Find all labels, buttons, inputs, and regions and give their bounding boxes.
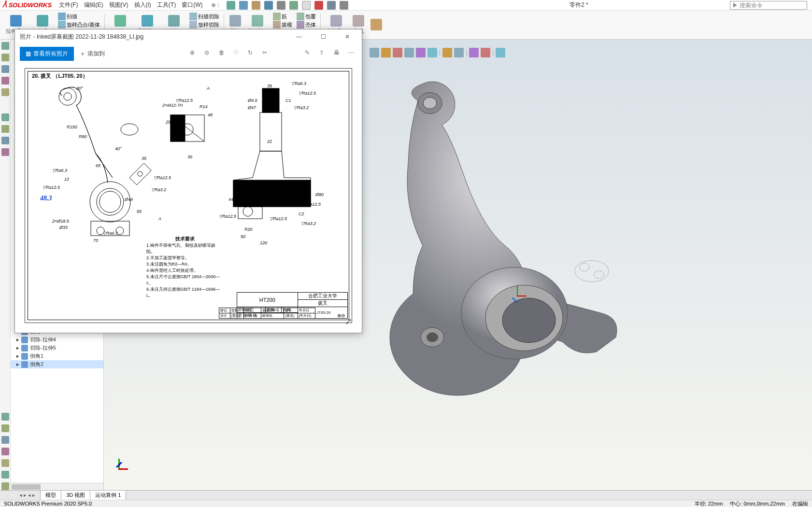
lt-icon-1[interactable] (1, 42, 9, 50)
photos-window: 照片 - Inked屏幕截图 2022-11-28 184838_LI.jpg … (14, 29, 362, 333)
favorite-icon[interactable]: ♡ (233, 49, 242, 58)
lt-icon-b1[interactable] (1, 413, 9, 421)
status-editing: 在编辑 (792, 500, 808, 507)
rotate-icon[interactable]: ↻ (248, 49, 256, 58)
ribbon-shell[interactable]: 壳体 (297, 21, 316, 28)
add-to-button[interactable]: ＋ 添加到 (80, 50, 105, 58)
svg-point-12 (90, 182, 130, 222)
zoom-in-icon[interactable]: ⊕ (190, 49, 199, 58)
chamfer-icon (21, 353, 28, 360)
lt-icon-4[interactable] (1, 77, 9, 84)
lt-icon-9[interactable] (1, 148, 9, 156)
svg-point-10 (59, 88, 76, 105)
lt-icon-6[interactable] (1, 113, 9, 121)
print-icon[interactable]: 🖶 (334, 49, 342, 58)
document-title: 零件2 * (570, 1, 588, 9)
drawing-image: 20. 拨叉 （LJT05. 20） 30° R150 R80 40° 65 3… (25, 68, 352, 323)
photos-toolbar: ▦ 查看所有照片 ＋ 添加到 ⊕ ⊖ 🗑 ♡ ↻ ✂ ✎ ⇪ 🖶 ⋯ (15, 44, 362, 63)
ribbon-loft-cut[interactable]: 放样切除 (189, 21, 219, 28)
tree-item[interactable]: ▸切除-拉伸4 (11, 336, 103, 344)
status-bar: SOLIDWORKS Premium 2020 SP5.0 半径: 22mm 中… (0, 500, 812, 507)
handwritten-annotation: 48.3 (40, 195, 52, 202)
search-input[interactable]: ▶ 搜索命令 (730, 1, 807, 10)
lt-icon-2[interactable] (1, 54, 9, 61)
svg-point-25 (243, 207, 253, 216)
ribbon-instant3d[interactable] (369, 12, 384, 38)
zoom-out-icon[interactable]: ⊖ (204, 49, 213, 58)
ribbon-sweep-cut[interactable]: 扫描切除 (189, 13, 219, 20)
lt-icon-b2[interactable] (1, 424, 9, 432)
more-icon[interactable]: ⋯ (348, 49, 357, 58)
crop-icon[interactable]: ✂ (262, 49, 271, 58)
tree-hscroll[interactable] (11, 483, 103, 490)
undo-icon[interactable] (289, 1, 298, 10)
svg-point-11 (64, 93, 71, 100)
ribbon-rib[interactable]: 筋 (273, 13, 292, 20)
lt-icon-b6[interactable] (1, 471, 9, 479)
menu-insert[interactable]: 插入(I) (134, 1, 151, 9)
save-icon[interactable] (264, 1, 273, 10)
photos-title: 照片 - Inked屏幕截图 2022-11-28 184838_LI.jpg (20, 33, 143, 41)
menu-file[interactable]: 文件(F) (59, 1, 78, 9)
menu-help-icon[interactable]: ✱ ⁝ (211, 2, 219, 9)
select-icon[interactable] (302, 1, 311, 10)
app-logo: ᐰ SOLIDWORKS (2, 1, 52, 9)
menu-tools[interactable]: 工具(T) (157, 1, 176, 9)
quick-toolbar (227, 1, 348, 10)
delete-icon[interactable]: 🗑 (219, 49, 228, 58)
svg-point-19 (138, 171, 142, 176)
svg-point-15 (121, 124, 138, 135)
lt-icon-8[interactable] (1, 137, 9, 144)
ribbon-sweep[interactable]: 扫描 (58, 13, 100, 20)
minimize-button[interactable]: — (289, 29, 309, 44)
status-center: 中心: 0mm,0mm,22mm (730, 500, 785, 507)
view-axis (116, 456, 130, 471)
menu-view[interactable]: 视图(V) (109, 1, 128, 9)
status-product: SOLIDWORKS Premium 2020 SP5.0 (4, 501, 92, 507)
menubar: ᐰ SOLIDWORKS 文件(F) 编辑(E) 视图(V) 插入(I) 工具(… (0, 0, 812, 11)
svg-point-6 (427, 333, 438, 342)
options-icon[interactable] (327, 1, 336, 10)
ribbon-loft[interactable]: 放样凸台/基体 (58, 21, 100, 28)
lt-icon-7[interactable] (1, 125, 9, 133)
photos-titlebar[interactable]: 照片 - Inked屏幕截图 2022-11-28 184838_LI.jpg … (15, 29, 362, 44)
lt-icon-b5[interactable] (1, 459, 9, 467)
expand-icon[interactable]: ⤢ (345, 316, 352, 327)
tab-3dview[interactable]: 3D 视图 (61, 490, 90, 500)
cut-icon (21, 337, 28, 343)
settings-icon[interactable] (340, 1, 348, 10)
tab-model[interactable]: 模型 (40, 490, 61, 500)
lt-icon-b7[interactable] (1, 482, 9, 490)
chamfer-icon (21, 361, 28, 368)
share-icon[interactable]: ⇪ (319, 49, 328, 58)
status-radius: 半径: 22mm (695, 500, 723, 507)
svg-point-8 (594, 271, 604, 279)
home-icon[interactable] (227, 1, 235, 10)
tree-item[interactable]: ▸切除-拉伸5 (11, 344, 103, 352)
lt-icon-b3[interactable] (1, 436, 9, 444)
left-toolbar (0, 40, 11, 490)
new-icon[interactable] (239, 1, 248, 10)
cut-icon (21, 345, 28, 352)
ribbon-draft[interactable]: 拔模 (273, 21, 292, 28)
svg-rect-22 (262, 88, 279, 113)
ribbon-wrap[interactable]: 包覆 (297, 13, 316, 20)
menu-window[interactable]: 窗口(W) (182, 1, 202, 9)
close-button[interactable]: ✕ (338, 29, 357, 44)
svg-point-4 (502, 298, 556, 343)
bottom-tabs: ◂ ▸ ◂ ▸ 模型 3D 视图 运动算例 1 (0, 490, 812, 500)
tab-motion[interactable]: 运动算例 1 (90, 490, 126, 500)
lt-icon-3[interactable] (1, 65, 9, 73)
lt-icon-5[interactable] (1, 88, 9, 96)
tree-item[interactable]: ▸倒角1 (11, 352, 103, 360)
tree-item-selected[interactable]: ▸倒角2 (11, 360, 103, 368)
view-all-button[interactable]: ▦ 查看所有照片 (20, 47, 74, 61)
svg-point-1 (423, 98, 437, 109)
edit-icon[interactable]: ✎ (305, 49, 313, 58)
lt-icon-b4[interactable] (1, 448, 9, 455)
menu-edit[interactable]: 编辑(E) (84, 1, 103, 9)
rebuild-icon[interactable] (314, 1, 323, 10)
maximize-button[interactable]: ☐ (313, 29, 333, 44)
open-icon[interactable] (252, 1, 260, 10)
print-icon[interactable] (277, 1, 285, 10)
